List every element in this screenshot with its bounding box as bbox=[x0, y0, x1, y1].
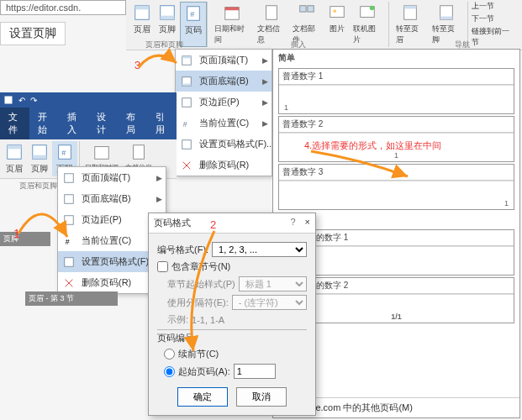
chevron-right-icon: ▶ bbox=[262, 119, 268, 128]
start-at-input[interactable] bbox=[234, 364, 276, 379]
url-bar[interactable]: https://editor.csdn. bbox=[0, 0, 126, 15]
menu-format-item[interactable]: 设置页码格式(F)... bbox=[176, 134, 272, 155]
dialog-help[interactable]: ? bbox=[290, 217, 295, 227]
arrow-2 bbox=[177, 227, 244, 361]
undo-icon[interactable]: ↶ bbox=[18, 96, 25, 105]
svg-rect-37 bbox=[134, 145, 145, 160]
tab-file[interactable]: 文件 bbox=[0, 108, 29, 139]
tab-design[interactable]: 设计 bbox=[88, 108, 118, 139]
svg-rect-9 bbox=[300, 6, 306, 12]
cancel-button[interactable]: 取消 bbox=[236, 387, 287, 407]
svg-rect-16 bbox=[404, 6, 417, 9]
start-at-label: 起始页码(A): bbox=[178, 365, 230, 378]
prev-section[interactable]: 上一节 bbox=[472, 1, 515, 12]
gallery-item-1[interactable]: 普通数字 1 bbox=[279, 69, 514, 85]
page-title: 设置页脚 bbox=[0, 22, 66, 45]
svg-rect-3 bbox=[161, 16, 175, 20]
start-at-radio[interactable] bbox=[164, 366, 175, 377]
svg-rect-25 bbox=[182, 139, 192, 149]
svg-rect-18 bbox=[440, 17, 452, 20]
svg-rect-36 bbox=[95, 147, 109, 160]
svg-point-14 bbox=[370, 6, 375, 11]
redo-icon[interactable]: ↷ bbox=[30, 96, 37, 105]
svg-rect-10 bbox=[308, 6, 314, 12]
svg-point-12 bbox=[333, 9, 336, 13]
datetime-button[interactable]: 日期和时间 bbox=[211, 2, 254, 47]
next-section[interactable]: 下一节 bbox=[472, 13, 515, 24]
onlinepic-button[interactable]: 联机图片 bbox=[350, 2, 385, 47]
gallery-item-2[interactable]: 普通数字 2 bbox=[279, 117, 514, 133]
pagenum-menu-top: 页面顶端(T)▶ 页面底端(B)▶ 页边距(P)▶ #当前位置(C)▶ 设置页码… bbox=[175, 49, 272, 176]
menu-margin-item[interactable]: 页边距(P)▶ bbox=[176, 92, 272, 113]
tab-ref[interactable]: 引用 bbox=[147, 108, 177, 139]
svg-rect-29 bbox=[5, 97, 13, 104]
tab-home[interactable]: 开始 bbox=[29, 108, 59, 139]
arrow-4 bbox=[303, 147, 420, 189]
ok-button[interactable]: 确定 bbox=[177, 387, 228, 407]
svg-rect-33 bbox=[33, 155, 47, 160]
continue-radio[interactable] bbox=[164, 349, 175, 360]
gallery-section-title: 简单 bbox=[273, 50, 519, 66]
arrow-1 bbox=[8, 168, 84, 252]
menu-top-item[interactable]: 页面顶端(T)▶ bbox=[176, 50, 272, 71]
chapter-style-select: 标题 1 bbox=[239, 276, 307, 291]
svg-rect-22 bbox=[182, 83, 192, 86]
svg-rect-31 bbox=[8, 145, 22, 150]
picture-button[interactable]: 图片 bbox=[324, 2, 350, 47]
svg-rect-8 bbox=[266, 6, 277, 20]
menu-current-item[interactable]: #当前位置(C)▶ bbox=[176, 113, 272, 134]
include-chapter-checkbox[interactable] bbox=[157, 261, 168, 272]
chevron-right-icon: ▶ bbox=[262, 98, 268, 107]
ribbon-tabs: 文件 开始 插入 设计 布局 引用 bbox=[0, 108, 177, 139]
svg-rect-42 bbox=[65, 257, 74, 266]
svg-rect-23 bbox=[182, 97, 192, 107]
gotoheader-button[interactable]: 转至页眉 bbox=[393, 2, 428, 47]
save-icon[interactable] bbox=[3, 95, 13, 105]
svg-text:#: # bbox=[183, 119, 187, 128]
arrow-3 bbox=[130, 38, 189, 76]
tab-layout[interactable]: 布局 bbox=[118, 108, 147, 139]
chevron-right-icon: ▶ bbox=[262, 77, 268, 86]
svg-rect-11 bbox=[330, 7, 345, 18]
menu-remove-item[interactable]: 删除页码(R) bbox=[176, 155, 272, 176]
svg-rect-7 bbox=[225, 8, 240, 11]
menu-bottom-item[interactable]: 页面底端(B)▶ bbox=[176, 71, 272, 92]
header-section-tag: 页眉 - 第 3 节 bbox=[25, 291, 118, 306]
svg-rect-1 bbox=[135, 6, 150, 10]
chevron-right-icon: ▶ bbox=[262, 56, 268, 65]
dialog-close[interactable]: × bbox=[305, 217, 310, 227]
tab-insert[interactable]: 插入 bbox=[59, 108, 88, 139]
